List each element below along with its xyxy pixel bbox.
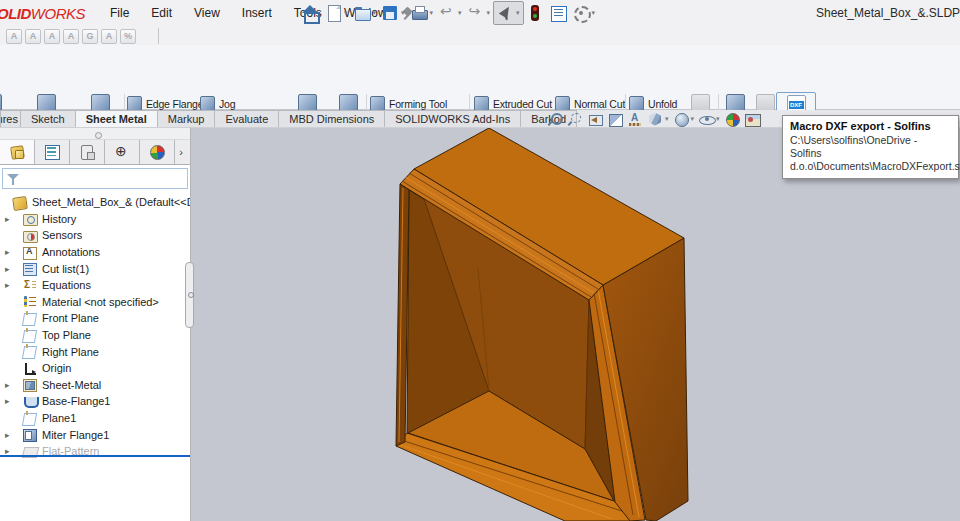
tree-item-base-flange1[interactable]: ▸ Base-Flange1	[0, 393, 190, 410]
dropdown-caret-icon[interactable]: ▾	[665, 115, 669, 123]
quickbar-icon	[468, 5, 485, 21]
view-orientation-button[interactable]: ▾	[648, 112, 669, 127]
dropdown-caret-icon[interactable]: ▾	[487, 9, 491, 17]
ocr-text-button[interactable]: A	[101, 29, 117, 44]
save-button[interactable]: ▾	[379, 1, 408, 25]
tree-item-cut-list[interactable]: ▸ Cut list(1)	[0, 260, 190, 277]
options-button[interactable]	[547, 1, 570, 25]
tab-solidworks-add-ins[interactable]: SOLIDWORKS Add-Ins	[384, 110, 521, 127]
ribbon-button-icon	[474, 96, 489, 111]
tab-features[interactable]: Features	[0, 110, 21, 127]
expand-arrow-icon[interactable]: ▸	[5, 380, 10, 390]
apply-scene-button[interactable]	[745, 112, 760, 127]
expand-arrow-slot: ▸	[5, 247, 23, 257]
text-tool-4-button[interactable]: A	[63, 29, 79, 44]
tree-item-equations[interactable]: ▸ Equations	[0, 277, 190, 294]
previous-view-button[interactable]	[588, 112, 603, 127]
tree-item-flat-pattern[interactable]: ▸ Flat-Pattern	[0, 443, 190, 460]
select-button[interactable]: ▾	[493, 1, 524, 25]
menu-view[interactable]: View	[183, 0, 231, 26]
logo-bold-text: OLID	[0, 5, 31, 22]
dropdown-caret-icon[interactable]: ▾	[344, 9, 348, 17]
tree-item-origin[interactable]: Origin	[0, 360, 190, 377]
zoom-to-fit-button[interactable]	[548, 112, 563, 127]
rollback-bar[interactable]	[0, 455, 190, 457]
dimxpertmanager-tab[interactable]	[105, 140, 140, 164]
zoom-to-area-button[interactable]	[568, 112, 583, 127]
solidworks-window: OLIDWORKS FileEditViewInsertToolsWindow …	[0, 0, 960, 521]
displaymanager-tab[interactable]	[140, 140, 175, 164]
text-tool-1-button[interactable]: A	[6, 29, 22, 44]
menu-insert[interactable]: Insert	[231, 0, 283, 26]
open-button[interactable]: ▾	[351, 1, 380, 25]
tab-markup[interactable]: Markup	[157, 110, 216, 127]
expand-arrow-slot: ▸	[5, 430, 23, 440]
tree-item-material[interactable]: Material <not specified>	[0, 294, 190, 311]
panel-tabs-more-button[interactable]: ›	[175, 140, 190, 164]
tree-item-top-plane[interactable]: Top Plane	[0, 327, 190, 344]
tree-item-plane1[interactable]: Plane1	[0, 410, 190, 427]
tab-sheet-metal[interactable]: Sheet Metal	[75, 110, 158, 127]
home-button[interactable]	[299, 1, 322, 25]
tree-item-front-plane[interactable]: Front Plane	[0, 310, 190, 327]
tab-mbd-dimensions[interactable]: MBD Dimensions	[278, 110, 385, 127]
tab-sketch[interactable]: Sketch	[20, 110, 76, 127]
dropdown-caret-icon[interactable]: ▾	[401, 9, 405, 17]
tree-item-history[interactable]: ▸ History	[0, 211, 190, 228]
new-document-button[interactable]: ▾	[322, 1, 351, 25]
tree-item-icon	[23, 329, 37, 342]
dropdown-caret-icon[interactable]: ▾	[691, 115, 695, 123]
undo-button[interactable]: ▾	[436, 1, 465, 25]
rebuild-button[interactable]	[524, 1, 547, 25]
tree-item-root[interactable]: Sheet_Metal_Box_& (Default<<Default>	[0, 194, 190, 211]
text-tool-3-button[interactable]: A	[44, 29, 60, 44]
dropdown-caret-icon[interactable]: ▾	[516, 9, 520, 17]
hide-show-items-button[interactable]: ▾	[699, 112, 720, 127]
section-view-button[interactable]	[608, 112, 623, 127]
expand-arrow-icon[interactable]: ▸	[5, 280, 10, 290]
ribbon-button-label: Forming Tool	[389, 98, 447, 110]
headsup-icon	[548, 112, 563, 127]
tree-item-right-plane[interactable]: Right Plane	[0, 343, 190, 360]
tab-evaluate[interactable]: Evaluate	[214, 110, 279, 127]
panel-resize-handle[interactable]	[185, 262, 194, 328]
dropdown-caret-icon[interactable]: ▾	[458, 9, 462, 17]
settings-button[interactable]: ▾	[570, 1, 599, 25]
expand-arrow-slot: ▸	[5, 264, 23, 274]
unlink-button[interactable]: %	[120, 29, 136, 44]
menu-edit[interactable]: Edit	[140, 0, 183, 26]
tree-item-icon	[23, 395, 37, 408]
tree-item-annotations[interactable]: ▸ Annotations	[0, 244, 190, 261]
dropdown-caret-icon[interactable]: ▾	[716, 115, 720, 123]
tree-item-sheet-metal[interactable]: ▸ Sheet-Metal	[0, 377, 190, 394]
configurationmanager-tab[interactable]	[70, 140, 105, 164]
copy-format-button[interactable]: G	[82, 29, 98, 44]
text-tool-2-button[interactable]: A	[25, 29, 41, 44]
tree-item-sensors[interactable]: Sensors	[0, 227, 190, 244]
menu-file[interactable]: File	[99, 0, 140, 26]
expand-arrow-icon[interactable]: ▸	[5, 396, 10, 406]
feature-tree-filter-input[interactable]	[22, 171, 187, 187]
dropdown-caret-icon[interactable]: ▾	[592, 9, 596, 17]
logo-light-text: WORKS	[31, 5, 85, 22]
print-button[interactable]: ▾	[408, 1, 437, 25]
expand-arrow-icon[interactable]: ▸	[5, 430, 10, 440]
tab-label: MBD Dimensions	[289, 113, 374, 125]
dynamic-annotation-views-button[interactable]	[628, 112, 643, 127]
dropdown-caret-icon[interactable]: ▾	[430, 9, 434, 17]
toolbar-icon-glyph: %	[124, 31, 132, 41]
edit-appearance-button[interactable]	[725, 112, 740, 127]
display-style-button[interactable]: ▾	[674, 112, 695, 127]
panel-splitter-handle[interactable]	[0, 128, 190, 140]
expand-arrow-icon[interactable]: ▸	[5, 247, 10, 257]
tree-item-miter-flange1[interactable]: ▸ Miter Flange1	[0, 426, 190, 443]
propertymanager-tab[interactable]	[35, 140, 70, 164]
redo-button[interactable]: ▾	[465, 1, 494, 25]
tree-item-icon	[23, 212, 37, 225]
toolbar-icon-glyph: G	[86, 31, 93, 41]
dropdown-caret-icon[interactable]: ▾	[373, 9, 377, 17]
featuremanager-tab[interactable]	[0, 140, 35, 164]
expand-arrow-icon[interactable]: ▸	[5, 214, 10, 224]
feature-manager-panel: › Sheet_Metal_Box_& (Default<<Default> ▸…	[0, 128, 191, 521]
expand-arrow-icon[interactable]: ▸	[5, 264, 10, 274]
